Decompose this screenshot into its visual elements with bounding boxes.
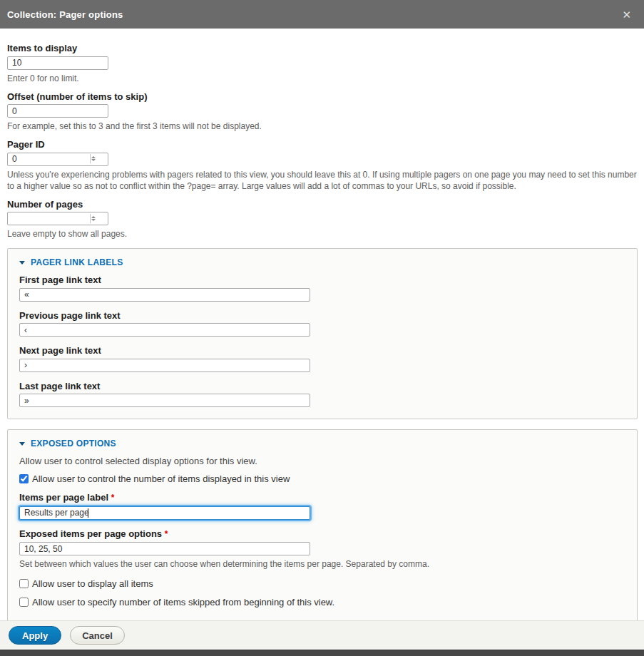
number-spinner-icon[interactable] bbox=[90, 214, 96, 223]
cancel-button[interactable]: Cancel bbox=[70, 626, 125, 645]
pager-link-labels-legend: PAGER LINK LABELS bbox=[31, 257, 123, 267]
number-of-pages-description: Leave empty to show all pages. bbox=[7, 228, 638, 240]
number-of-pages-label: Number of pages bbox=[7, 199, 638, 210]
page-background-strip bbox=[0, 650, 644, 656]
control-items-checkbox[interactable] bbox=[19, 474, 29, 483]
modal-body: Items to display Enter 0 for no limit. O… bbox=[0, 29, 644, 656]
exposed-items-options-input[interactable] bbox=[19, 542, 310, 555]
control-items-checkbox-label[interactable]: Allow user to control the number of item… bbox=[32, 473, 290, 484]
next-page-link-input[interactable] bbox=[19, 359, 310, 372]
first-page-link-input[interactable] bbox=[19, 288, 310, 302]
previous-page-link-input[interactable] bbox=[19, 323, 310, 337]
form-item-pager-id: Pager ID Unless you're experiencing prob… bbox=[7, 139, 638, 192]
required-asterisk: * bbox=[165, 529, 168, 539]
form-item-exposed-items-options: Exposed items per page options * Set bet… bbox=[19, 528, 625, 570]
exposed-options-legend: EXPOSED OPTIONS bbox=[31, 439, 116, 449]
items-to-display-label: Items to display bbox=[7, 43, 638, 53]
form-item-number-of-pages: Number of pages Leave empty to show all … bbox=[7, 199, 638, 240]
exposed-items-options-label: Exposed items per page options * bbox=[19, 528, 625, 540]
items-to-display-description: Enter 0 for no limit. bbox=[7, 73, 638, 84]
text-cursor bbox=[88, 508, 88, 518]
exposed-options-section: EXPOSED OPTIONS Allow user to control se… bbox=[7, 429, 638, 623]
specify-skip-checkbox-label[interactable]: Allow user to specify number of items sk… bbox=[32, 597, 334, 608]
modal-footer: Apply Cancel bbox=[0, 620, 644, 650]
offset-label: Offset (number of items to skip) bbox=[7, 91, 638, 102]
exposed-items-options-description: Set between which values the user can ch… bbox=[19, 558, 625, 570]
form-item-items-to-display: Items to display Enter 0 for no limit. bbox=[7, 43, 638, 84]
pager-link-labels-toggle[interactable]: PAGER LINK LABELS bbox=[19, 257, 123, 267]
display-all-checkbox-label[interactable]: Allow user to display all items bbox=[32, 578, 153, 589]
required-asterisk: * bbox=[111, 493, 115, 503]
form-item-offset: Offset (number of items to skip) For exa… bbox=[7, 91, 638, 133]
form-item-first-page-link: First page link text bbox=[19, 275, 625, 302]
form-item-items-per-page-label: Items per page label * bbox=[19, 492, 625, 520]
apply-button[interactable]: Apply bbox=[9, 626, 61, 645]
items-per-page-input-wrap bbox=[19, 506, 310, 520]
pager-options-modal: Collection: Pager options ✕ Items to dis… bbox=[0, 0, 644, 656]
items-to-display-input[interactable] bbox=[7, 56, 108, 70]
close-icon[interactable]: ✕ bbox=[619, 8, 634, 21]
items-per-page-label-input[interactable] bbox=[19, 506, 310, 520]
form-item-next-page-link: Next page link text bbox=[19, 345, 625, 372]
exposed-options-description: Allow user to control selected display o… bbox=[19, 456, 625, 466]
pager-id-input-wrap bbox=[7, 152, 108, 166]
number-of-pages-input-wrap bbox=[7, 212, 108, 226]
first-page-link-label: First page link text bbox=[19, 275, 625, 285]
modal-header: Collection: Pager options ✕ bbox=[0, 0, 644, 29]
pager-link-labels-section: PAGER LINK LABELS First page link text P… bbox=[7, 248, 638, 419]
number-spinner-icon[interactable] bbox=[90, 154, 96, 163]
form-item-last-page-link: Last page link text bbox=[19, 381, 625, 408]
items-per-page-label-text: Items per page label bbox=[19, 492, 108, 503]
offset-input[interactable] bbox=[7, 104, 108, 118]
checkbox-row-display-all: Allow user to display all items bbox=[19, 578, 625, 589]
items-per-page-label-label: Items per page label * bbox=[19, 492, 625, 503]
specify-skip-checkbox[interactable] bbox=[19, 598, 29, 607]
form-item-previous-page-link: Previous page link text bbox=[19, 310, 625, 337]
exposed-items-options-label-text: Exposed items per page options bbox=[19, 528, 162, 539]
next-page-link-label: Next page link text bbox=[19, 345, 625, 356]
offset-description: For example, set this to 3 and the first… bbox=[7, 121, 638, 132]
collapse-arrow-icon bbox=[19, 261, 25, 265]
exposed-options-toggle[interactable]: EXPOSED OPTIONS bbox=[19, 439, 116, 449]
pager-id-description: Unless you're experiencing problems with… bbox=[7, 169, 638, 192]
last-page-link-input[interactable] bbox=[19, 394, 310, 407]
pager-id-label: Pager ID bbox=[7, 139, 638, 150]
checkbox-row-specify-skip: Allow user to specify number of items sk… bbox=[19, 597, 625, 608]
modal-title: Collection: Pager options bbox=[7, 9, 123, 20]
collapse-arrow-icon bbox=[19, 442, 25, 446]
checkbox-row-control-items: Allow user to control the number of item… bbox=[19, 473, 625, 484]
previous-page-link-label: Previous page link text bbox=[19, 310, 625, 321]
display-all-checkbox[interactable] bbox=[19, 579, 29, 588]
last-page-link-label: Last page link text bbox=[19, 381, 625, 391]
